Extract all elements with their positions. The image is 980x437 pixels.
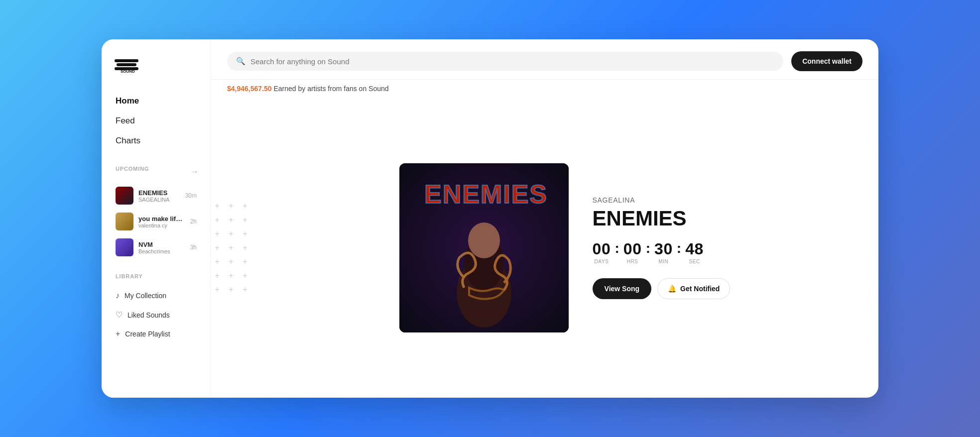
upcoming-time-life: 2h: [190, 218, 197, 225]
plus-dot-2[interactable]: +: [224, 199, 238, 213]
plus-row-6: + + +: [211, 269, 252, 283]
upcoming-info-enemies: ENEMIES SAGEALINA: [138, 189, 180, 203]
upcoming-info-life: you make life a... valentina cy: [138, 215, 185, 228]
plus-dot-16[interactable]: +: [211, 269, 224, 283]
plus-dot-15[interactable]: +: [238, 255, 252, 269]
svg-text:SOUND: SOUND: [121, 69, 135, 74]
countdown-days-value: 00: [593, 241, 611, 257]
connect-wallet-button[interactable]: Connect wallet: [791, 51, 862, 71]
plus-dot-17[interactable]: +: [224, 269, 238, 283]
liked-label: Liked Sounds: [127, 311, 170, 319]
plus-row-5: + + +: [211, 255, 252, 269]
collection-icon: ♪: [116, 291, 120, 300]
heart-icon: ♡: [116, 310, 122, 320]
main-content: 🔍 Connect wallet $4,946,567.50 Earned by…: [211, 39, 878, 398]
library-item-liked[interactable]: ♡ Liked Sounds: [114, 306, 199, 324]
plus-dot-21[interactable]: +: [238, 283, 252, 297]
countdown: 00 DAYS : 00 HRS : 30 MIN :: [593, 241, 731, 264]
library-item-collection[interactable]: ♪ My Collection: [114, 287, 199, 304]
song-info: SAGEALINA ENEMIES 00 DAYS : 00 HRS: [593, 196, 731, 299]
plus-dot-13[interactable]: +: [211, 255, 224, 269]
svg-rect-0: [115, 59, 138, 62]
plus-dot-4[interactable]: +: [211, 213, 224, 227]
plus-row-2: + + +: [211, 213, 252, 227]
upcoming-label: UPCOMING: [114, 166, 149, 172]
search-bar[interactable]: 🔍: [227, 52, 783, 71]
plus-dot-19[interactable]: +: [211, 283, 224, 297]
header: 🔍 Connect wallet: [211, 39, 878, 80]
plus-dot-3[interactable]: +: [238, 199, 252, 213]
plus-dot-5[interactable]: +: [224, 213, 238, 227]
main-nav: Home Feed Charts: [114, 92, 199, 150]
svg-point-7: [468, 222, 500, 258]
countdown-sec-value: 48: [685, 241, 704, 257]
thumb-life: [116, 213, 133, 230]
sidebar: SOUND Home Feed Charts UPCOMING → ENEMIE…: [102, 39, 211, 398]
search-input[interactable]: [250, 57, 774, 66]
upcoming-time-nvm: 3h: [190, 244, 197, 251]
countdown-sec: 48 SEC: [685, 241, 704, 264]
svg-text:ENEMIES: ENEMIES: [424, 180, 548, 209]
countdown-min-label: MIN: [658, 259, 668, 264]
plus-row-4: + + +: [211, 241, 252, 255]
upcoming-info-nvm: NVM Beachcrimes: [138, 241, 185, 254]
plus-dot-10[interactable]: +: [211, 241, 224, 255]
app-container: SOUND Home Feed Charts UPCOMING → ENEMIE…: [102, 39, 878, 398]
upcoming-item-life[interactable]: you make life a... valentina cy 2h: [114, 210, 199, 233]
countdown-sep-3: :: [675, 241, 683, 256]
upcoming-title-life: you make life a...: [138, 215, 185, 222]
plus-dot-1[interactable]: +: [211, 199, 224, 213]
upcoming-header: UPCOMING →: [114, 166, 199, 178]
library-item-playlist[interactable]: + Create Playlist: [114, 326, 199, 342]
action-buttons: View Song 🔔 Get Notified: [593, 278, 731, 299]
logo: SOUND: [114, 55, 199, 76]
plus-dot-12[interactable]: +: [238, 241, 252, 255]
sidebar-item-charts[interactable]: Charts: [114, 132, 199, 150]
sidebar-item-feed[interactable]: Feed: [114, 112, 199, 130]
countdown-days-label: DAYS: [595, 259, 609, 264]
countdown-days: 00 DAYS: [593, 241, 611, 264]
library-label: LIBRARY: [114, 273, 199, 279]
earnings-amount: $4,946,567.50: [227, 85, 272, 93]
svg-rect-1: [117, 63, 136, 66]
countdown-min: 30 MIN: [654, 241, 673, 264]
plus-row-7: + + +: [211, 283, 252, 297]
get-notified-label: Get Notified: [680, 285, 720, 293]
thumb-enemies: [116, 187, 133, 205]
plus-row-1: + + +: [211, 199, 252, 213]
earnings-bar: $4,946,567.50 Earned by artists from fan…: [211, 80, 878, 98]
artist-name: SAGEALINA: [593, 196, 731, 204]
countdown-hrs: 00 HRS: [623, 241, 642, 264]
song-title: ENEMIES: [593, 208, 731, 229]
plus-grid: + + + + + + + + + + + +: [211, 98, 251, 398]
plus-dot-11[interactable]: +: [224, 241, 238, 255]
upcoming-title-enemies: ENEMIES: [138, 189, 180, 197]
playlist-label: Create Playlist: [125, 330, 170, 338]
collection-label: My Collection: [124, 292, 166, 300]
upcoming-artist-nvm: Beachcrimes: [138, 248, 185, 254]
countdown-sep-1: :: [612, 241, 621, 256]
plus-dot-8[interactable]: +: [224, 227, 238, 241]
upcoming-item-enemies[interactable]: ENEMIES SAGEALINA 30m: [114, 184, 199, 208]
featured-area: ENEMIES ENEMIES SAGEALINA ENEMIES 00 DAY…: [251, 98, 878, 398]
plus-dot-7[interactable]: +: [211, 227, 224, 241]
thumb-nvm: [116, 238, 133, 256]
plus-dot-18[interactable]: +: [238, 269, 252, 283]
earnings-text: Earned by artists from fans on Sound: [273, 85, 388, 93]
sidebar-item-home[interactable]: Home: [114, 92, 199, 110]
plus-dot-14[interactable]: +: [224, 255, 238, 269]
upcoming-arrow-icon[interactable]: →: [191, 167, 199, 176]
countdown-hrs-value: 00: [623, 241, 642, 257]
plus-icon: +: [116, 329, 120, 338]
view-song-button[interactable]: View Song: [593, 278, 652, 299]
plus-dot-6[interactable]: +: [238, 213, 252, 227]
search-icon: 🔍: [236, 57, 245, 66]
album-art-inner: ENEMIES ENEMIES: [399, 163, 569, 332]
countdown-hrs-label: HRS: [627, 259, 638, 264]
plus-dot-9[interactable]: +: [238, 227, 252, 241]
get-notified-button[interactable]: 🔔 Get Notified: [657, 278, 730, 299]
upcoming-item-nvm[interactable]: NVM Beachcrimes 3h: [114, 235, 199, 259]
bell-icon: 🔔: [668, 285, 676, 293]
upcoming-artist-enemies: SAGEALINA: [138, 197, 180, 203]
plus-dot-20[interactable]: +: [224, 283, 238, 297]
